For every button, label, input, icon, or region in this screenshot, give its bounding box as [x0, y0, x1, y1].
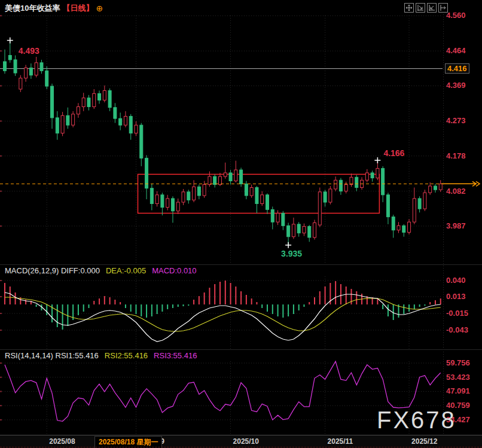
macd-bar: [340, 284, 341, 304]
macd-bar: [303, 304, 304, 307]
candle-body: [87, 98, 90, 107]
extreme-marker: [374, 157, 380, 163]
macd-bar: [408, 304, 410, 312]
macd-bar: [161, 304, 163, 312]
candle-body: [82, 98, 85, 107]
macd-bar: [209, 288, 210, 304]
candle-body: [266, 195, 269, 210]
candle-body: [392, 217, 395, 230]
macd-bar: [377, 298, 378, 304]
macd-bar: [10, 287, 11, 304]
macd-bar: [298, 304, 300, 310]
candle-body: [40, 63, 43, 71]
macd-bar: [240, 291, 242, 304]
candle-body: [229, 173, 232, 181]
candle-body: [4, 62, 7, 71]
candle-body: [313, 223, 316, 237]
rsi2-value: RSI2:55.416: [105, 351, 148, 360]
macd-bar: [403, 304, 404, 314]
candle-body: [429, 186, 432, 193]
axis-tick-mark: [0, 296, 2, 297]
crosshair-date-tooltip: 2025/08/18 星期一: [94, 436, 162, 448]
candle-body: [397, 225, 400, 230]
timeframe-tag: 【日线】: [62, 3, 93, 14]
candle-body: [114, 108, 117, 118]
candle-body: [161, 195, 164, 208]
candle-body: [187, 192, 190, 200]
macd-bar: [83, 304, 84, 312]
rsi-tick: 53.423: [446, 373, 470, 382]
candle-body: [329, 189, 332, 202]
time-axis-label: 2025/12: [411, 437, 437, 446]
macd-bar: [46, 304, 47, 315]
macd-bar: [314, 297, 315, 304]
candle-body: [382, 169, 385, 195]
macd-bar: [435, 300, 436, 304]
macd-bar: [109, 297, 111, 304]
macd-bar: [199, 296, 200, 304]
candle-body: [402, 225, 405, 232]
candle-body: [255, 188, 258, 204]
candle-body: [271, 209, 274, 222]
chart-toolbar: [404, 3, 448, 13]
macd-bar: [130, 304, 132, 312]
candle-body: [56, 118, 59, 133]
macd-bar: [288, 304, 289, 316]
axis-tick-mark: [0, 280, 2, 281]
macd-bar: [414, 304, 415, 309]
rsi-tick: 47.091: [446, 386, 470, 395]
low-price-label: 3.935: [281, 249, 302, 258]
axis-tick-mark: [0, 85, 2, 86]
dea-line: [5, 297, 441, 331]
price-tick: 4.464: [446, 46, 466, 55]
candle-body: [334, 180, 337, 189]
price-tick: 4.560: [446, 11, 466, 20]
candle-body: [155, 195, 158, 204]
candle-body: [77, 106, 80, 114]
macd-bar: [424, 304, 425, 306]
box-zoom-out-icon[interactable]: [427, 3, 437, 13]
macd-bar: [15, 292, 16, 304]
candle-body: [8, 56, 11, 60]
pan-icon[interactable]: [404, 3, 414, 13]
macd-bar: [88, 304, 89, 308]
window-bottom-edge: [0, 447, 482, 447]
candle-body: [365, 173, 368, 180]
high-price-label: 4.493: [19, 46, 39, 56]
macd-bar: [99, 298, 100, 304]
candle-body: [250, 188, 253, 196]
chart-app: 美债10年收益率 【日线】 ⊕ MACD(26,12,9) DIFF:0.000…: [0, 0, 482, 448]
macd-bar: [120, 302, 121, 304]
candle-body: [182, 192, 185, 202]
macd-bar: [151, 304, 152, 316]
macd-bar: [382, 304, 383, 309]
macd-bar: [309, 302, 310, 304]
macd-bar: [167, 304, 168, 309]
time-axis[interactable]: 2025/082025/092025/102025/112025/12 2025…: [0, 435, 482, 448]
scroll-right-icon[interactable]: [438, 3, 448, 13]
candle-body: [19, 78, 22, 89]
macd-hist-value: MACD:0.010: [152, 266, 196, 275]
candle-body: [234, 170, 237, 181]
candle-body: [292, 224, 295, 237]
box-zoom-in-icon[interactable]: [416, 3, 425, 13]
rsi3-value: RSI3:55.416: [154, 351, 197, 360]
macd-bar: [346, 287, 347, 304]
candle-body: [98, 93, 101, 100]
time-axis-label: 2025/10: [233, 437, 259, 446]
panel-divider: [0, 349, 482, 350]
candle-body: [203, 185, 206, 196]
macd-bar: [293, 304, 294, 314]
candle-body: [287, 225, 290, 236]
add-indicator-icon[interactable]: ⊕: [96, 4, 103, 13]
macd-bar: [230, 283, 231, 304]
macd-bar: [319, 291, 321, 304]
macd-bar: [440, 298, 441, 304]
macd-bar: [62, 304, 63, 330]
rsi-tick: 59.756: [446, 358, 470, 367]
axis-tick-mark: [0, 156, 2, 157]
chart-canvas[interactable]: [0, 0, 482, 448]
candle-body: [135, 125, 138, 133]
extreme-marker: [7, 37, 13, 43]
candle-body: [282, 213, 285, 225]
